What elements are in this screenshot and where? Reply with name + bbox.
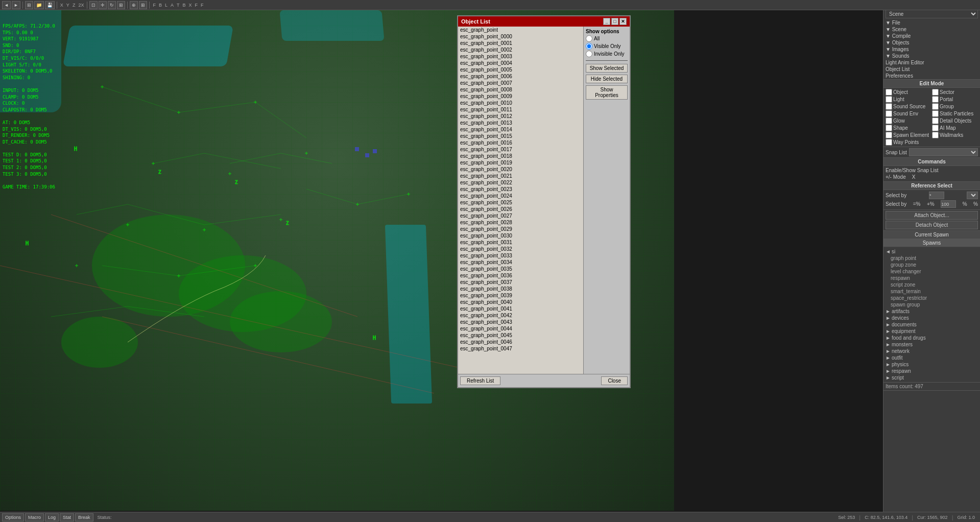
new-button[interactable]: ⊞ bbox=[25, 1, 33, 9]
preferences-menu-item[interactable]: Preferences bbox=[883, 73, 980, 79]
spawn-respawn[interactable]: respawn bbox=[883, 275, 980, 281]
spawn-food-and-drugs[interactable]: ► food and drugs bbox=[883, 335, 980, 341]
edit-shape[interactable]: Shape bbox=[886, 125, 931, 131]
dialog-close[interactable]: ✕ bbox=[619, 18, 627, 25]
group-checkbox[interactable] bbox=[932, 103, 939, 110]
macro-button[interactable]: Macro bbox=[25, 513, 44, 521]
obj-list-item[interactable]: esc_graph_point_0034 bbox=[458, 259, 583, 266]
hide-selected-button[interactable]: Hide Selected bbox=[586, 75, 628, 83]
edit-group[interactable]: Group bbox=[932, 103, 978, 110]
spawn-documents[interactable]: ► documents bbox=[883, 321, 980, 328]
scale-button[interactable]: ⊞ bbox=[117, 1, 125, 9]
spawn-network[interactable]: ► network bbox=[883, 348, 980, 354]
spawn-outfit[interactable]: ► outfit bbox=[883, 354, 980, 361]
glow-checkbox[interactable] bbox=[886, 117, 892, 124]
obj-list-item[interactable]: esc_graph_point_0014 bbox=[458, 126, 583, 133]
object-list-menu-item[interactable]: Object List bbox=[883, 66, 980, 73]
spawn-level-changer[interactable]: level changer bbox=[883, 268, 980, 275]
forward-button[interactable]: ► bbox=[12, 1, 20, 9]
sound-env-checkbox[interactable] bbox=[886, 110, 892, 117]
obj-list-item[interactable]: esc_graph_point_0035 bbox=[458, 266, 583, 272]
obj-list-item[interactable]: esc_graph_point_0004 bbox=[458, 60, 583, 66]
obj-list-item[interactable]: esc_graph_point_0045 bbox=[458, 332, 583, 339]
filter-all-radio[interactable] bbox=[586, 35, 592, 42]
sounds-menu-item[interactable]: ▼ Sounds bbox=[883, 53, 980, 59]
obj-list-item[interactable]: esc_graph_point_0024 bbox=[458, 193, 583, 199]
obj-list-item[interactable]: esc_graph_point_0027 bbox=[458, 212, 583, 219]
edit-sound-env[interactable]: Sound Env bbox=[886, 110, 931, 117]
spawn-devices[interactable]: ► devices bbox=[883, 315, 980, 321]
filter-visible-radio[interactable] bbox=[586, 43, 592, 50]
spawn-spawn-group[interactable]: spawn group bbox=[883, 301, 980, 308]
obj-list-item[interactable]: esc_graph_point_0012 bbox=[458, 113, 583, 120]
obj-list-item[interactable]: esc_graph_point_0022 bbox=[458, 179, 583, 186]
obj-list-item[interactable]: esc_graph_point_0005 bbox=[458, 66, 583, 73]
edit-object[interactable]: Object bbox=[886, 89, 931, 96]
obj-list-item[interactable]: esc_graph_point_0033 bbox=[458, 252, 583, 259]
obj-list-item[interactable]: esc_graph_point_0032 bbox=[458, 246, 583, 252]
obj-list-item[interactable]: esc_graph_point_0039 bbox=[458, 292, 583, 299]
spawn-artifacts[interactable]: ► artifacts bbox=[883, 308, 980, 315]
spawn-monsters[interactable]: ► monsters bbox=[883, 341, 980, 348]
spawn-group-zone[interactable]: group zone bbox=[883, 262, 980, 268]
sector-checkbox[interactable] bbox=[932, 89, 939, 96]
spawn-element-checkbox[interactable] bbox=[886, 132, 892, 138]
move-button[interactable]: ✛ bbox=[99, 1, 107, 9]
select-button[interactable]: ⊡ bbox=[89, 1, 98, 9]
obj-list-item[interactable]: esc_graph_point_0016 bbox=[458, 139, 583, 146]
edit-spawn-element[interactable]: Spawn Element bbox=[886, 132, 931, 138]
edit-ai-map[interactable]: AI Map bbox=[932, 125, 978, 131]
shape-checkbox[interactable] bbox=[886, 125, 892, 131]
obj-list-item[interactable]: esc_graph_point_0025 bbox=[458, 199, 583, 206]
spawn-root[interactable]: ◄ si bbox=[883, 248, 980, 255]
snap-button[interactable]: ⊕ bbox=[130, 1, 138, 9]
objects-menu-item[interactable]: ▼ Objects bbox=[883, 39, 980, 46]
obj-list-item[interactable]: esc_graph_point_0036 bbox=[458, 272, 583, 279]
obj-list-item[interactable]: esc_graph_point_0017 bbox=[458, 146, 583, 153]
scene-select[interactable]: Scene bbox=[886, 9, 978, 18]
obj-list-item[interactable]: esc_graph_point_0030 bbox=[458, 232, 583, 239]
show-properties-button[interactable]: Show Properties bbox=[586, 85, 628, 100]
object-checkbox[interactable] bbox=[886, 89, 892, 96]
obj-list-item[interactable]: esc_graph_point_0015 bbox=[458, 133, 583, 139]
scene-menu-item[interactable]: ▼ Scene bbox=[883, 26, 980, 33]
filter-invisible-radio[interactable] bbox=[586, 51, 592, 57]
spawn-graph-point[interactable]: graph point bbox=[883, 255, 980, 262]
object-list-titlebar[interactable]: Object List _ □ ✕ bbox=[458, 16, 630, 27]
obj-list-item[interactable]: esc_graph_point_0021 bbox=[458, 173, 583, 179]
spawn-space-restrictor[interactable]: space_restrictor bbox=[883, 295, 980, 301]
way-points-checkbox[interactable] bbox=[886, 139, 892, 146]
wallmarks-checkbox[interactable] bbox=[932, 132, 939, 138]
edit-wallmarks[interactable]: Wallmarks bbox=[932, 132, 978, 138]
close-button[interactable]: Close bbox=[601, 376, 628, 385]
sound-source-checkbox[interactable] bbox=[886, 103, 892, 110]
obj-list-item[interactable]: esc_graph_point_0006 bbox=[458, 73, 583, 80]
spawn-equipment[interactable]: ► equipment bbox=[883, 328, 980, 335]
grid-button[interactable]: ⊞ bbox=[139, 1, 147, 9]
detach-object-button[interactable]: Detach Object bbox=[886, 221, 978, 229]
spawn-physics[interactable]: ► physics bbox=[883, 361, 980, 368]
filter-all[interactable]: All bbox=[586, 35, 628, 42]
obj-list-item[interactable]: esc_graph_point_0003 bbox=[458, 53, 583, 60]
obj-list-item[interactable]: esc_graph_point bbox=[458, 27, 583, 33]
dialog-maximize[interactable]: □ bbox=[611, 18, 618, 25]
object-list-items[interactable]: esc_graph_pointesc_graph_point_0000esc_g… bbox=[458, 27, 584, 374]
detail-objects-checkbox[interactable] bbox=[932, 117, 939, 124]
select-by-1-input[interactable] bbox=[929, 192, 944, 199]
obj-list-item[interactable]: esc_graph_point_0029 bbox=[458, 226, 583, 232]
obj-list-item[interactable]: esc_graph_point_0018 bbox=[458, 153, 583, 159]
obj-list-item[interactable]: esc_graph_point_0043 bbox=[458, 319, 583, 325]
options-button[interactable]: Options bbox=[2, 513, 24, 521]
compile-menu-item[interactable]: ▼ Compile bbox=[883, 33, 980, 39]
obj-list-item[interactable]: esc_graph_point_0009 bbox=[458, 93, 583, 100]
save-button[interactable]: 💾 bbox=[45, 1, 55, 9]
edit-sound-source[interactable]: Sound Source bbox=[886, 103, 931, 110]
obj-list-item[interactable]: esc_graph_point_0000 bbox=[458, 33, 583, 40]
obj-list-item[interactable]: esc_graph_point_0037 bbox=[458, 279, 583, 286]
obj-list-item[interactable]: esc_graph_point_0013 bbox=[458, 120, 583, 126]
spawn-respawn2[interactable]: ► respawn bbox=[883, 368, 980, 374]
obj-list-item[interactable]: esc_graph_point_0008 bbox=[458, 86, 583, 93]
select-by-2-input[interactable] bbox=[941, 200, 956, 208]
stat-button[interactable]: Stat bbox=[60, 513, 74, 521]
obj-list-item[interactable]: esc_graph_point_0019 bbox=[458, 159, 583, 166]
